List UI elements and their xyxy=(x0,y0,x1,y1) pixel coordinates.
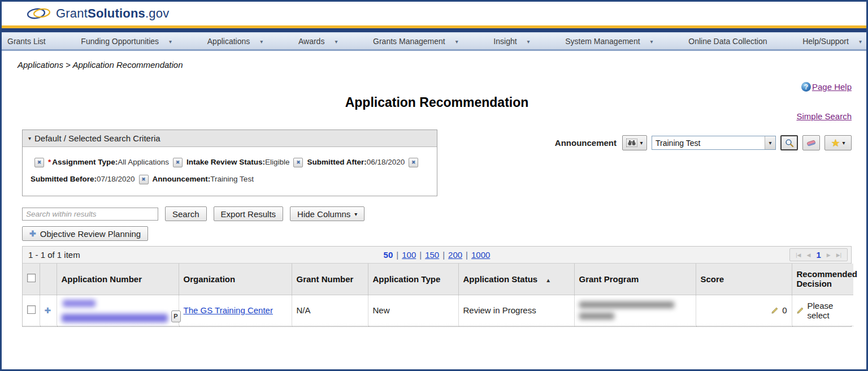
grant-number-cell: N/A xyxy=(292,295,368,326)
results-table-container: 1 - 1 of 1 item 50|100|150|200|1000 |◀ ◀… xyxy=(22,246,852,327)
export-results-button[interactable]: Export Results xyxy=(214,206,284,221)
chevron-down-icon: ▾ xyxy=(765,136,775,149)
col-recommended-decision[interactable]: Recommended Decision xyxy=(792,264,853,295)
logo-swoosh-icon xyxy=(27,6,51,21)
run-search-button[interactable] xyxy=(780,135,798,150)
row-expand-cell: ✚ xyxy=(40,295,57,326)
recommended-decision-cell: Please select xyxy=(792,295,853,326)
nav-grants-management[interactable]: Grants Management▾ xyxy=(373,37,458,46)
remove-criterion-icon[interactable]: ✖ xyxy=(409,158,418,167)
table-row: ✚ P The GS Training Center N/A New Revie… xyxy=(23,295,853,326)
organization-cell: The GS Training Center xyxy=(179,295,292,326)
col-grant-number[interactable]: Grant Number xyxy=(292,264,368,295)
navy-stripe xyxy=(2,28,866,32)
search-button[interactable]: Search xyxy=(165,206,207,221)
main-nav: Grants List Funding Opportunities▾ Appli… xyxy=(2,33,866,51)
plus-icon: ✚ xyxy=(29,229,36,238)
page-size-1000-link[interactable]: 1000 xyxy=(471,250,490,260)
announcement-label: Announcement xyxy=(555,138,617,148)
row-checkbox[interactable] xyxy=(27,305,36,314)
star-icon: ★ xyxy=(831,138,840,148)
application-type-cell: New xyxy=(368,295,458,326)
nav-applications[interactable]: Applications▾ xyxy=(207,37,263,46)
chevron-down-icon: ▾ xyxy=(640,140,643,146)
expand-row-icon[interactable]: ✚ xyxy=(45,306,51,315)
logo-text: GrantSolutions.gov xyxy=(56,6,169,21)
select-all-checkbox[interactable] xyxy=(27,274,36,282)
page-size-200-link[interactable]: 200 xyxy=(448,250,462,260)
announcement-controls: Announcement ▾ Training Test ▾ xyxy=(555,135,852,150)
col-application-number[interactable]: Application Number xyxy=(57,264,179,295)
page-size-100-link[interactable]: 100 xyxy=(402,250,416,260)
nav-help-support[interactable]: Help/Support▾ xyxy=(802,37,862,46)
objective-review-planning-button[interactable]: ✚Objective Review Planning xyxy=(22,226,148,241)
select-all-header xyxy=(23,264,40,295)
row-select-cell xyxy=(23,295,40,326)
grant-program-cell xyxy=(574,295,696,326)
search-criteria-panel: ▾ Default / Selected Search Criteria ✖*A… xyxy=(22,130,437,196)
edit-pencil-icon[interactable] xyxy=(771,307,779,314)
nav-awards[interactable]: Awards▾ xyxy=(298,37,337,46)
simple-search-link[interactable]: Simple Search xyxy=(796,111,852,121)
edit-pencil-icon[interactable] xyxy=(797,307,804,314)
organization-link[interactable]: The GS Training Center xyxy=(184,305,273,315)
hide-columns-button[interactable]: Hide Columns▾ xyxy=(290,206,364,221)
search-criteria-body: ✖*Assignment Type:All Applications✖Intak… xyxy=(23,147,437,196)
collapse-arrow-icon: ▾ xyxy=(28,135,31,141)
page-size-selector: 50|100|150|200|1000 xyxy=(23,250,851,260)
criteria-line-1: ✖*Assignment Type:All Applications✖Intak… xyxy=(31,154,429,171)
table-header-row: Application Number Organization Grant Nu… xyxy=(23,264,853,295)
chevron-down-icon: ▾ xyxy=(859,38,862,45)
col-score[interactable]: Score xyxy=(696,264,792,295)
page-size-150-link[interactable]: 150 xyxy=(425,250,439,260)
binoculars-icon xyxy=(626,139,637,147)
chevron-down-icon: ▾ xyxy=(169,38,172,45)
nav-funding-opportunities[interactable]: Funding Opportunities▾ xyxy=(81,37,172,46)
page-help-label[interactable]: Page Help xyxy=(812,82,852,92)
application-number-cell: P xyxy=(57,295,179,326)
breadcrumb: Applications > Application Recommendatio… xyxy=(10,60,852,70)
remove-criterion-icon[interactable]: ✖ xyxy=(34,158,44,167)
score-value: 0 xyxy=(782,305,787,315)
remove-criterion-icon[interactable]: ✖ xyxy=(293,158,303,167)
page-help-link[interactable]: ? Page Help xyxy=(801,82,852,92)
col-grant-program[interactable]: Grant Program xyxy=(574,264,696,295)
col-organization[interactable]: Organization xyxy=(179,264,292,295)
chevron-down-icon: ▾ xyxy=(455,38,458,45)
col-application-status[interactable]: Application Status▲ xyxy=(458,264,574,295)
results-table: Application Number Organization Grant Nu… xyxy=(23,264,853,326)
print-badge-icon[interactable]: P xyxy=(171,310,181,322)
search-criteria-title: Default / Selected Search Criteria xyxy=(34,133,160,143)
page-title: Application Recommendation xyxy=(22,95,852,110)
announcement-select[interactable]: Training Test ▾ xyxy=(652,136,776,150)
redacted-application-number[interactable] xyxy=(62,299,168,322)
search-within-results-input[interactable] xyxy=(22,208,158,221)
col-application-type[interactable]: Application Type xyxy=(368,264,458,295)
bottom-whitespace xyxy=(22,327,852,354)
grantsolutions-logo[interactable]: GrantSolutions.gov xyxy=(27,6,169,21)
chevron-down-icon: ▾ xyxy=(650,38,653,45)
chevron-down-icon: ▾ xyxy=(260,38,263,45)
nav-system-management[interactable]: System Management▾ xyxy=(565,37,653,46)
nav-insight[interactable]: Insight▾ xyxy=(493,37,530,46)
page-size-50-active: 50 xyxy=(384,250,393,260)
chevron-down-icon: ▾ xyxy=(843,140,845,146)
expand-column-header xyxy=(40,264,57,295)
nav-online-data-collection[interactable]: Online Data Collection xyxy=(688,37,767,46)
eraser-icon xyxy=(806,140,816,146)
score-cell: 0 xyxy=(696,295,792,326)
application-status-cell: Review in Progress xyxy=(458,295,574,326)
clear-search-button[interactable] xyxy=(802,135,820,150)
lookup-button[interactable]: ▾ xyxy=(622,135,647,150)
chevron-down-icon: ▾ xyxy=(527,38,530,45)
nav-grants-list[interactable]: Grants List xyxy=(7,37,46,46)
required-asterisk: * xyxy=(48,158,51,166)
criteria-line-2: Submitted Before:07/18/2020✖Announcement… xyxy=(31,171,429,188)
chevron-down-icon: ▾ xyxy=(354,211,357,217)
search-criteria-header[interactable]: ▾ Default / Selected Search Criteria xyxy=(23,130,437,147)
saved-searches-button[interactable]: ★ ▾ xyxy=(824,135,852,150)
magnifier-icon xyxy=(785,139,794,148)
remove-criterion-icon[interactable]: ✖ xyxy=(139,175,149,184)
remove-criterion-icon[interactable]: ✖ xyxy=(173,158,183,167)
sort-asc-icon: ▲ xyxy=(545,277,551,283)
